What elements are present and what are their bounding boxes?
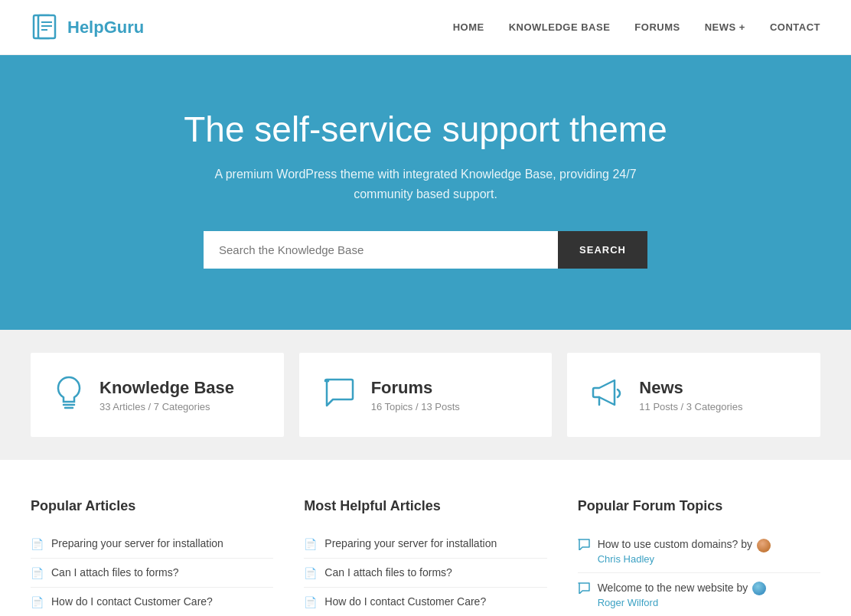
forum-author-link[interactable]: Chris Hadley — [598, 553, 654, 565]
nav-knowledge-base[interactable]: KNOWLEDGE BASE — [509, 21, 611, 33]
stats-grid: Knowledge Base 33 Articles / 7 Categorie… — [31, 353, 820, 437]
logo-icon — [31, 13, 60, 42]
logo[interactable]: HelpGuru — [31, 13, 144, 42]
helpful-articles-title: Most Helpful Articles — [304, 498, 546, 514]
nav-news[interactable]: NEWS + — [705, 21, 745, 33]
lightbulb-icon — [54, 374, 84, 416]
stat-sub-kb: 33 Articles / 7 Categories — [99, 401, 234, 412]
list-item[interactable]: 📄 Preparing your server for installation — [304, 530, 546, 559]
forum-topics-list: How to use custom domains? by Chris Hadl… — [578, 530, 820, 616]
article-icon: 📄 — [304, 567, 317, 579]
article-icon: 📄 — [304, 538, 317, 550]
nav-forums[interactable]: FORUMS — [634, 21, 680, 33]
article-icon: 📄 — [31, 567, 44, 579]
logo-text: HelpGuru — [67, 18, 144, 37]
header: HelpGuru HOME KNOWLEDGE BASE FORUMS NEWS… — [0, 0, 851, 55]
stats-section: Knowledge Base 33 Articles / 7 Categorie… — [0, 330, 851, 460]
stat-card-news[interactable]: News 11 Posts / 3 Categories — [567, 353, 820, 437]
chat-icon — [322, 376, 356, 413]
stat-title-forums: Forums — [371, 378, 460, 398]
stat-sub-news: 11 Posts / 3 Categories — [639, 401, 742, 412]
helpful-articles-col: Most Helpful Articles 📄 Preparing your s… — [304, 498, 546, 616]
megaphone-icon — [590, 377, 624, 412]
stat-card-forums[interactable]: Forums 16 Topics / 13 Posts — [299, 353, 553, 437]
avatar — [757, 539, 771, 552]
hero-subtitle: A premium WordPress theme with integrate… — [204, 165, 647, 204]
popular-articles-title: Popular Articles — [31, 498, 273, 514]
list-item[interactable]: 📄 Preparing your server for installation — [31, 530, 273, 559]
stat-card-kb[interactable]: Knowledge Base 33 Articles / 7 Categorie… — [31, 353, 284, 437]
stat-info-news: News 11 Posts / 3 Categories — [639, 378, 742, 412]
forum-author-link[interactable]: Roger Wilford — [598, 597, 658, 608]
list-item[interactable]: 📄 How do I contact Customer Care? — [304, 588, 546, 616]
stat-title-kb: Knowledge Base — [99, 378, 234, 398]
stat-title-news: News — [639, 378, 742, 398]
popular-articles-col: Popular Articles 📄 Preparing your server… — [31, 498, 273, 616]
list-item: How to use custom domains? by Chris Hadl… — [578, 530, 820, 573]
list-item[interactable]: 📄 How do I contact Customer Care? — [31, 588, 273, 616]
forum-topics-col: Popular Forum Topics How to use custom d… — [578, 498, 820, 616]
list-item[interactable]: 📄 Can I attach files to forms? — [31, 559, 273, 588]
search-button[interactable]: SEARCH — [558, 231, 647, 269]
forum-topics-title: Popular Forum Topics — [578, 498, 820, 514]
search-input[interactable] — [204, 231, 558, 269]
nav-contact[interactable]: CONTACT — [770, 21, 820, 33]
main-nav: HOME KNOWLEDGE BASE FORUMS NEWS + CONTAC… — [453, 21, 820, 33]
avatar — [752, 582, 766, 595]
chat-bubble-icon — [578, 539, 590, 553]
hero-title: The self-service support theme — [31, 109, 820, 151]
nav-home[interactable]: HOME — [453, 21, 484, 33]
stat-info-kb: Knowledge Base 33 Articles / 7 Categorie… — [99, 378, 234, 412]
search-bar: SEARCH — [204, 231, 647, 269]
helpful-articles-list: 📄 Preparing your server for installation… — [304, 530, 546, 616]
article-icon: 📄 — [31, 538, 44, 550]
content-grid: Popular Articles 📄 Preparing your server… — [31, 498, 820, 616]
hero-section: The self-service support theme A premium… — [0, 55, 851, 330]
article-icon: 📄 — [304, 596, 317, 608]
list-item[interactable]: 📄 Can I attach files to forms? — [304, 559, 546, 588]
stat-sub-forums: 16 Topics / 13 Posts — [371, 401, 460, 412]
list-item: Welcome to the new website by Roger Wilf… — [578, 573, 820, 616]
popular-articles-list: 📄 Preparing your server for installation… — [31, 530, 273, 616]
article-icon: 📄 — [31, 596, 44, 608]
content-section: Popular Articles 📄 Preparing your server… — [0, 460, 851, 616]
chat-bubble-icon — [578, 582, 590, 597]
stat-info-forums: Forums 16 Topics / 13 Posts — [371, 378, 460, 412]
